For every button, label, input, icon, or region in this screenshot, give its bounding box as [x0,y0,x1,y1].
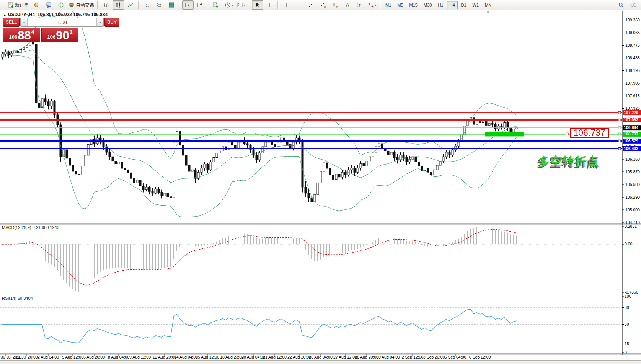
auto-scroll-button[interactable] [182,0,194,10]
timeframe-M15[interactable]: M15 [407,1,420,9]
macd-label: MACD(12,26,9) 0.2139 0.1943 [2,225,59,230]
text-label-icon: T [357,2,363,8]
sell-price-tile[interactable]: 106 88 4 [3,28,40,42]
arrows-icon [368,2,374,8]
collapse-triangle-icon[interactable]: ▲ [3,13,7,17]
svg-text:107.062: 107.062 [624,118,638,122]
chat-icon [630,2,637,8]
buy-price-prefix: 106 [47,34,56,40]
tile-windows-button[interactable] [166,0,177,10]
templates-dropdown[interactable]: ▾ [244,3,245,7]
bar-chart-button[interactable] [100,0,112,10]
search-button[interactable] [615,0,627,10]
highlight-rectangle[interactable] [485,132,524,136]
templates-button[interactable]: ▾ [235,0,247,10]
signals-icon [58,2,64,8]
toolbar-separator [277,1,279,9]
fibonacci-button[interactable]: F [329,0,341,10]
periods-button[interactable]: ▾ [223,0,235,10]
svg-text:26 Aug 04:00: 26 Aug 04:00 [309,355,333,359]
auto-trading-icon [69,2,75,8]
cursor-icon [254,2,261,8]
svg-text:9 Aug 12:00: 9 Aug 12:00 [129,355,151,359]
auto-trading-button[interactable]: 自动交易 [67,0,95,10]
svg-text:22 Aug 20:00: 22 Aug 20:00 [287,355,311,359]
toolbar: 新订单 自动交易 [0,0,641,10]
periods-icon [225,2,231,8]
volume-increase-button[interactable]: ▲ [96,18,103,26]
timeframe-group: M1M5M15M30H1H4D1W1MN [382,1,494,9]
buy-price-tile[interactable]: 106 90 1 [41,28,78,42]
timeframe-D1[interactable]: D1 [458,1,469,9]
svg-text:18 Aug 23:00: 18 Aug 23:00 [220,355,244,359]
vertical-line-icon [283,2,289,8]
svg-text:107.615: 107.615 [625,93,640,98]
horizontal-line-button[interactable] [293,0,304,10]
line-chart-button[interactable] [125,0,136,10]
buy-price-big: 90 [56,30,69,41]
one-click-trading-panel: SELL ▼ ▲ BUY 106 88 4 106 90 1 [3,18,79,42]
toolbar-separator [138,1,139,9]
text-label-button[interactable]: T [354,0,365,10]
zoom-out-button[interactable] [153,0,165,10]
price-callout-box[interactable]: 106.737 [570,128,609,138]
tile-windows-icon [168,2,175,8]
buy-button[interactable]: BUY [104,18,119,27]
svg-text:105.000: 105.000 [625,207,640,212]
arrows-dropdown[interactable]: ▾ [375,3,376,7]
indicators-button[interactable]: ▾ [211,0,222,10]
svg-text:15 Aug 12:00: 15 Aug 12:00 [196,355,219,359]
svg-text:109.065: 109.065 [625,30,640,35]
sell-price-sup: 4 [31,29,34,35]
ohlc-values: 106.801 106.922 106.746 106.884 [38,12,108,17]
timeframe-M5[interactable]: M5 [395,1,406,9]
indicators-icon [212,2,219,8]
cursor-button[interactable] [252,0,263,10]
timeframe-H1[interactable]: H1 [435,1,446,9]
svg-text:106.579: 106.579 [624,139,638,143]
chart-shift-button[interactable] [194,0,206,10]
equidistant-channel-button[interactable]: E [317,0,329,10]
indicators-dropdown[interactable]: ▾ [219,3,221,7]
text-icon: A [344,2,351,8]
svg-text:F: F [336,6,338,8]
svg-text:0.2831: 0.2831 [625,224,637,229]
svg-text:21 Aug 12:00: 21 Aug 12:00 [263,355,287,359]
symbol-period: USDJPY-,H4 [8,12,35,17]
trendline-icon [308,2,314,8]
time-axis[interactable]: 30 Jul 201931 Jul 20:002 Aug 04:005 Aug … [1,354,491,359]
terminal-button[interactable] [43,0,54,10]
timeframe-M30[interactable]: M30 [421,1,434,9]
trendline-button[interactable] [305,0,316,10]
timeframe-M1[interactable]: M1 [383,1,394,9]
arrows-button[interactable]: ▾ [366,0,378,10]
crosshair-button[interactable] [264,0,276,10]
svg-text:107.229: 107.229 [624,110,638,115]
volume-decrease-button[interactable]: ▼ [21,18,28,26]
svg-text:2 Sep 12:00: 2 Sep 12:00 [402,355,424,359]
metaeditor-button[interactable] [31,0,42,10]
new-order-button[interactable]: 新订单 [7,0,30,10]
text-button[interactable]: A [342,0,353,10]
bar-chart-icon [103,2,109,8]
new-order-icon [8,2,14,8]
timeframe-W1[interactable]: W1 [470,1,482,9]
chat-button[interactable] [628,0,639,10]
svg-text:100: 100 [625,294,631,299]
signals-button[interactable] [55,0,67,10]
svg-text:106.737: 106.737 [624,132,638,136]
svg-text:3 Sep 20:00: 3 Sep 20:00 [423,355,445,359]
timeframe-MN[interactable]: MN [482,1,494,9]
candlestick-chart-button[interactable] [113,0,124,10]
svg-text:A: A [346,2,349,8]
zoom-in-button[interactable] [141,0,153,10]
chart-canvas[interactable]: 109.360109.065108.775108.485108.195107.9… [0,0,641,364]
periods-dropdown[interactable]: ▾ [232,3,233,7]
toolbar-separator [249,1,250,9]
timeframe-H4[interactable]: H4 [447,1,457,9]
equidistant-channel-icon: E [320,2,326,8]
volume-input[interactable] [28,18,96,26]
sell-button[interactable]: SELL [3,18,20,27]
vertical-line-button[interactable] [281,0,292,10]
svg-text:8 Aug 04:00: 8 Aug 04:00 [108,355,129,359]
